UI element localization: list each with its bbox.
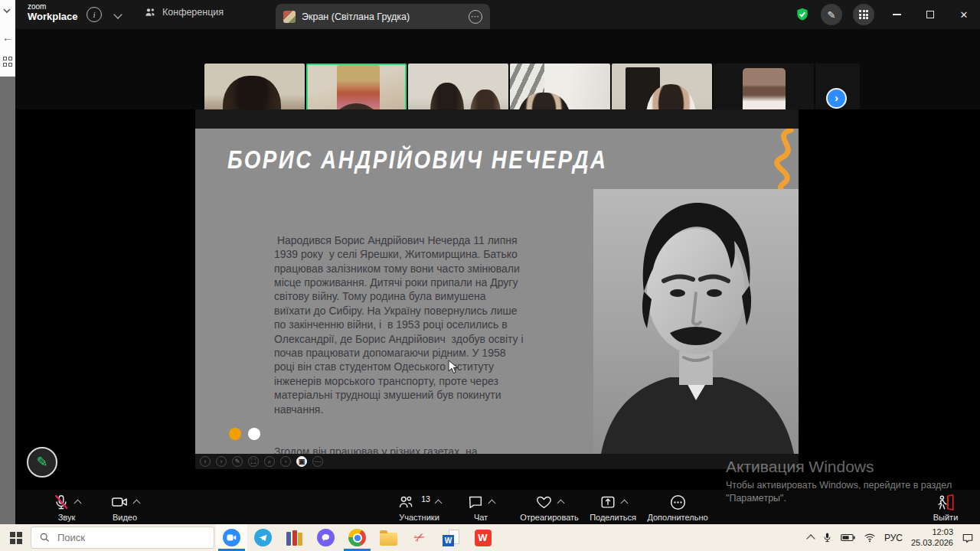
more-icon[interactable]: ⋯ xyxy=(312,456,323,467)
participants-options-caret[interactable] xyxy=(434,500,442,507)
react-options-caret[interactable] xyxy=(557,500,565,507)
search-input[interactable] xyxy=(57,532,195,543)
participants-icon xyxy=(397,494,414,510)
camera-icon[interactable]: ▣ xyxy=(296,456,307,467)
back-arrow-icon[interactable]: ← xyxy=(2,32,13,43)
gallery-next-button[interactable]: › xyxy=(826,88,847,109)
zoom-titlebar: zoom Workplace i Конференция Экран (Світ… xyxy=(15,0,980,29)
annotate-pen-button[interactable]: ✎ xyxy=(821,4,842,25)
taskbar-word-app[interactable]: W xyxy=(436,524,467,551)
scissors-icon: ✂ xyxy=(412,528,429,547)
taskbar-telegram-app[interactable] xyxy=(247,524,279,551)
chevron-down-icon[interactable] xyxy=(113,10,122,19)
leave-door-icon xyxy=(936,494,955,511)
apps-keypad-button[interactable] xyxy=(853,4,874,25)
shared-window-topbar xyxy=(195,109,799,129)
video-options-caret[interactable] xyxy=(133,500,141,507)
tab-more-icon[interactable]: ⋯ xyxy=(469,10,482,24)
taskbar-snipping-app[interactable]: ✂ xyxy=(404,524,436,551)
slide-dot-active[interactable] xyxy=(229,428,241,440)
background-window-body xyxy=(0,77,15,524)
audio-options-caret[interactable] xyxy=(74,500,82,507)
background-window-strip: ← xyxy=(0,0,15,77)
tab-screen-share[interactable]: Экран (Світлана Грудка) ⋯ xyxy=(276,4,490,29)
language-indicator[interactable]: РУС xyxy=(884,533,903,543)
tab-meeting[interactable]: Конференция xyxy=(144,6,224,18)
share-options-caret[interactable] xyxy=(620,500,628,507)
meeting-info-icon[interactable]: i xyxy=(87,7,102,22)
close-button[interactable]: ✕ xyxy=(952,3,975,26)
zoom-toolbar: Звук Видео 13 xyxy=(15,490,980,524)
timer-icon[interactable]: ◦ xyxy=(280,456,291,467)
poet-portrait-photo xyxy=(593,177,799,454)
video-button[interactable]: Видео xyxy=(98,491,152,523)
heart-icon xyxy=(535,494,553,510)
taskbar-wps-app[interactable]: W xyxy=(467,524,498,551)
start-button[interactable] xyxy=(10,532,22,544)
keypad-icon xyxy=(859,10,868,19)
word-icon: W xyxy=(443,529,460,546)
notification-center-icon[interactable] xyxy=(962,533,974,543)
present-icon[interactable]: ⛶ xyxy=(248,456,259,467)
audio-button[interactable]: Звук xyxy=(36,491,97,523)
taskbar-explorer-app[interactable] xyxy=(373,524,404,551)
taskbar-search[interactable] xyxy=(31,527,214,549)
chevron-down-icon[interactable] xyxy=(2,6,13,17)
maximize-button[interactable] xyxy=(919,3,942,26)
tab-screen-label: Экран (Світлана Грудка) xyxy=(302,11,462,22)
zoom-app-icon xyxy=(223,529,240,546)
tab-meeting-label: Конференция xyxy=(162,7,224,18)
tray-expand-chevron[interactable] xyxy=(806,534,815,543)
prev-slide-icon[interactable]: ‹ xyxy=(200,456,211,467)
video-gallery: Ірина Тома (Кубишен... Світлана Грудка П… xyxy=(15,29,980,109)
share-screen-icon xyxy=(599,494,616,510)
wps-icon: W xyxy=(475,530,492,546)
time: 12:03 xyxy=(911,527,953,538)
taskbar-chrome-app[interactable] xyxy=(341,524,373,551)
people-icon xyxy=(144,6,156,18)
draw-icon[interactable]: ✎ xyxy=(232,456,243,467)
folder-icon xyxy=(380,533,397,546)
clock[interactable]: 12:03 25.03.2026 xyxy=(911,527,953,549)
winrar-icon xyxy=(286,530,302,546)
tray-mic-icon[interactable] xyxy=(822,532,832,543)
pencil-icon: ✎ xyxy=(36,454,47,471)
search-icon xyxy=(39,532,51,543)
telegram-icon xyxy=(254,529,272,546)
next-slide-icon[interactable]: › xyxy=(216,456,227,467)
chat-options-caret[interactable] xyxy=(488,500,496,507)
taskbar-winrar-app[interactable] xyxy=(279,524,310,551)
screen-thumbnail-icon xyxy=(283,11,296,23)
slide-paragraph: Згодом він працював у різних газетах, на… xyxy=(274,445,525,454)
presentation-controlbar: ‹ › ✎ ⛶ ⌕ ◦ ▣ ⋯ xyxy=(195,454,799,469)
slide-body-text: Народився Борис Андрійович Нечерда 11 ли… xyxy=(274,205,525,454)
taskbar-viber-app[interactable] xyxy=(310,524,341,551)
annotation-pencil-button[interactable]: ✎ xyxy=(27,447,57,478)
date: 25.03.2026 xyxy=(911,538,953,549)
more-button[interactable]: Дополнительно xyxy=(628,491,727,523)
chat-icon xyxy=(467,494,484,510)
ellipsis-circle-icon xyxy=(669,494,687,511)
slide-title: БОРИС АНДРІЙОВИЧ НЕЧЕРДА xyxy=(227,145,608,174)
presentation-slide: БОРИС АНДРІЙОВИЧ НЕЧЕРДА xyxy=(195,129,799,454)
participants-button[interactable]: 13 Участники xyxy=(379,491,459,523)
muted-mic-icon xyxy=(53,494,70,510)
camera-icon xyxy=(110,494,129,510)
zoom-in-icon[interactable]: ⌕ xyxy=(264,456,275,467)
chat-button[interactable]: Чат xyxy=(458,491,504,523)
apps-grid-icon[interactable] xyxy=(3,57,14,67)
participants-count: 13 xyxy=(421,494,430,504)
taskbar-zoom-app[interactable] xyxy=(216,524,247,551)
slide-paragraph: Народився Борис Андрійович Нечерда 11 ли… xyxy=(274,233,525,416)
windows-taskbar: ✂ W W РУС 12:03 25.03.2026 xyxy=(0,524,980,551)
minimize-button[interactable] xyxy=(885,3,908,26)
viber-icon xyxy=(317,529,335,546)
leave-button[interactable]: Выйти xyxy=(919,491,972,523)
tray-wifi-icon[interactable] xyxy=(864,533,876,543)
slide-dot[interactable] xyxy=(248,428,260,440)
zoom-workplace-logo: zoom Workplace xyxy=(28,3,78,21)
chrome-icon xyxy=(348,529,366,546)
tray-battery-icon[interactable] xyxy=(841,533,855,542)
security-shield-icon[interactable] xyxy=(795,7,810,22)
mouse-cursor xyxy=(448,360,459,375)
